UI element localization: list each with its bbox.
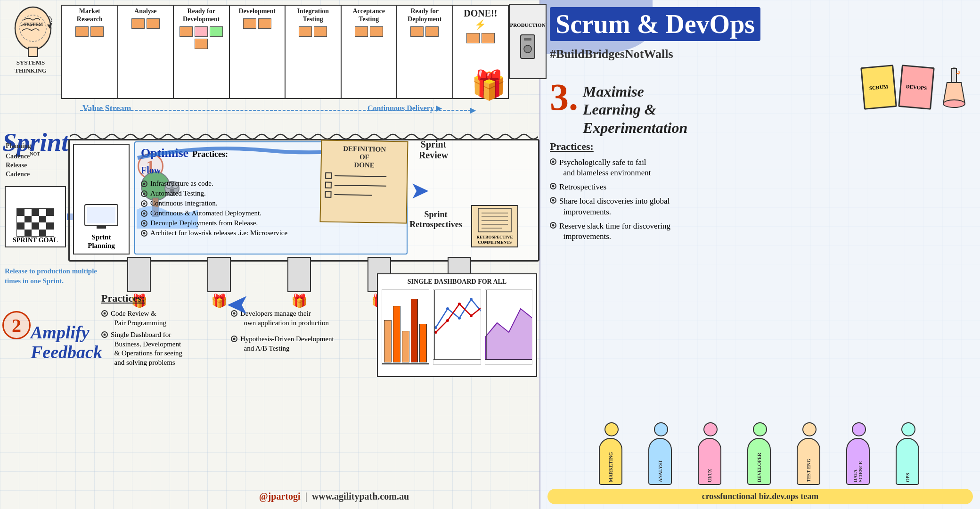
kanban-col-dev: Development [230, 6, 286, 98]
optimise-title: Optimise [141, 146, 188, 160]
prod-server-icon [207, 257, 231, 292]
prod-server-icon [287, 257, 311, 292]
dashboard-charts [382, 289, 532, 365]
crossfunc-section: MARKETING ANALYST [547, 431, 973, 504]
kanban-card [210, 26, 223, 37]
planning-cadence: PlanningCadenceNOTReleaseCadence [6, 141, 40, 179]
kanban-card [355, 26, 368, 37]
bullet-icon [101, 331, 108, 338]
checkbox-icon [325, 182, 332, 189]
figure-body: ANALYST [648, 438, 672, 485]
sprint-retro-label: SprintRetrospectives [405, 210, 466, 230]
flask-icon [942, 66, 966, 108]
dod-item-1 [325, 172, 403, 181]
figure-head [703, 422, 718, 436]
retro-commitments-box: RETROSPECTIVECOMMITMENTS [471, 205, 518, 247]
col-title-dev: Development [238, 8, 276, 16]
bar-5 [419, 324, 427, 363]
svg-point-2 [943, 100, 965, 107]
kanban-card [180, 26, 193, 37]
bullet-icon [550, 158, 556, 165]
svg-point-35 [458, 303, 461, 305]
team-figure-ops: OPS [888, 431, 930, 485]
svg-point-4 [15, 7, 51, 49]
figure-head [901, 422, 915, 436]
dod-title: DEFINITIONOFDONE [325, 145, 403, 170]
kanban-cards [410, 26, 439, 37]
sprint-review-arrow-icon: ➤ [410, 177, 430, 204]
team-figure-analyst: ANALYST [640, 431, 683, 485]
section3-number: 3. [550, 80, 578, 114]
bullet-icon [141, 200, 147, 207]
svg-point-29 [446, 307, 449, 310]
svg-point-10 [524, 45, 531, 53]
figure-body: DATA SCIENCE [846, 438, 870, 485]
figure-body: UI/UX [698, 438, 721, 485]
bar-1 [384, 320, 392, 362]
sprint-goal-box: SPRINT GOAL [5, 186, 66, 247]
right-practice-4: Reserve slack time for discovering impro… [550, 221, 971, 242]
value-stream-label: Value Stream [82, 104, 131, 114]
figure-body: TEST ENG [797, 438, 820, 485]
scrum-devops-title: Scrum & DevOps [550, 7, 760, 41]
kanban-cards [355, 26, 383, 37]
right-practices-title: Practices: [550, 140, 971, 153]
col-title-deploy: Ready forDeployment [408, 8, 441, 24]
right-practices-list: Psychologically safe to fail and blamele… [550, 157, 971, 242]
bullet-icon [231, 336, 237, 342]
col-title-ready: Ready forDevelopment [183, 8, 220, 24]
spring-decoration [70, 132, 538, 141]
kanban-card [195, 26, 208, 37]
kanban-cards [243, 18, 271, 29]
kanban-col-deploy: Ready forDeployment [397, 6, 453, 98]
bullet-icon [550, 222, 556, 229]
kanban-card [370, 26, 383, 37]
kanban-card [195, 39, 208, 49]
production-server-icon [518, 33, 537, 61]
bullet-icon [550, 183, 556, 189]
svg-point-36 [470, 314, 473, 317]
dod-line [334, 194, 372, 196]
kanban-board: MarketResearch Analyse Ready forDevelopm… [61, 5, 509, 99]
dod-item-3 [325, 191, 402, 199]
hashtag: #BuildBridgesNotWalls [550, 47, 673, 61]
kanban-cards [75, 26, 104, 37]
bar-3 [402, 331, 409, 363]
checkbox-icon [325, 172, 332, 179]
kanban-card [425, 26, 439, 37]
figure-body: MARKETING [599, 438, 622, 485]
figure-head [654, 422, 668, 436]
kanban-col-ready: Ready forDevelopment [174, 6, 230, 98]
bar-2 [393, 306, 400, 362]
figure-head [852, 422, 866, 436]
amplify-feedback-title: AmplifyFeedback [31, 323, 102, 362]
dod-box: DEFINITIONOFDONE [319, 140, 408, 223]
main-container: Scrum & DevOps #BuildBridgesNotWalls SCR… [0, 0, 980, 509]
right-practice-3: Share local discoveries into global impr… [550, 196, 971, 217]
systems-thinking-label: SYSTEMSTHINKING [15, 59, 47, 75]
kanban-card [243, 18, 256, 29]
team-figure-testeng: TEST ENG [789, 431, 831, 485]
kanban-col-integration: IntegrationTesting [286, 6, 342, 98]
practices-label: Practices: [192, 149, 228, 159]
checkered-flag-icon [16, 208, 54, 237]
production-label: PRODUCTION [510, 22, 545, 28]
team-figures: MARKETING ANALYST [547, 431, 973, 485]
right-panel: Scrum & DevOps #BuildBridgesNotWalls SCR… [539, 0, 980, 509]
sprint-goal-label: SPRINT GOAL [13, 237, 58, 244]
svg-rect-11 [524, 38, 531, 41]
bullet-icon [141, 181, 147, 187]
svg-point-28 [434, 326, 437, 329]
kanban-cards [299, 26, 327, 37]
practices2-right: Developers manage their own application … [231, 306, 372, 356]
svg-rect-0 [952, 68, 956, 82]
continuous-delivery-label: Continuous Delivery ▶ [368, 104, 441, 113]
gift-box-large: 🎁 [471, 68, 506, 102]
maximise-text: MaximiseLearning &Experimentation [583, 82, 687, 137]
dashboard-box: SINGLE DASHBOARD FOR ALL [377, 273, 537, 377]
kanban-cards [131, 18, 160, 29]
footer-credits: @jpartogi | www.agilitypath.com.au [259, 491, 409, 502]
figure-head [604, 422, 619, 436]
twitter-handle: @jpartogi [259, 491, 300, 501]
figure-head [802, 422, 817, 436]
